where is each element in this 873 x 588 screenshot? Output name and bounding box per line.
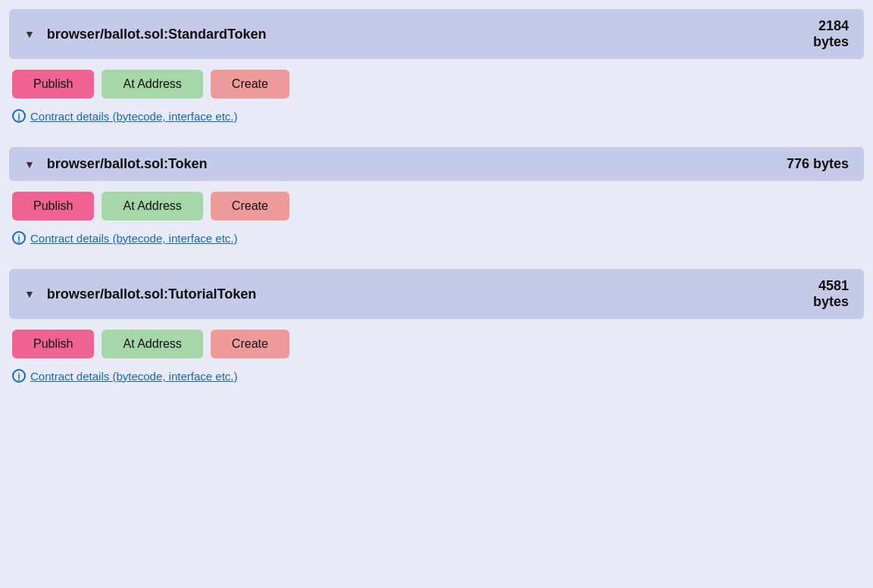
chevron-icon-tutorial-token[interactable]: ▼ [24,288,35,300]
contract-header-left-standard-token: ▼ browser/ballot.sol:StandardToken [24,27,267,42]
contract-name-token: browser/ballot.sol:Token [47,156,208,172]
info-icon-token: i [12,231,26,245]
contract-size-standard-token: 2184bytes [813,18,849,50]
info-icon-standard-token: i [12,109,26,123]
create-button-standard-token[interactable]: Create [211,70,289,99]
create-button-token[interactable]: Create [211,192,289,220]
info-icon-tutorial-token: i [12,369,26,383]
contract-size-tutorial-token: 4581bytes [813,278,849,310]
contract-header-token: ▼ browser/ballot.sol:Token 776 bytes [9,147,864,181]
contract-name-tutorial-token: browser/ballot.sol:TutorialToken [47,286,256,302]
contract-details-link-token[interactable]: i Contract details (bytecode, interface … [9,231,864,257]
contract-details-text-token: Contract details (bytecode, interface et… [30,232,237,245]
contract-block-token: ▼ browser/ballot.sol:Token 776 bytes Pub… [9,147,864,257]
contract-details-text-tutorial-token: Contract details (bytecode, interface et… [30,370,237,383]
contract-details-link-standard-token[interactable]: i Contract details (bytecode, interface … [9,109,864,135]
at-address-button-token[interactable]: At Address [102,192,202,220]
chevron-icon-token[interactable]: ▼ [24,158,35,170]
create-button-tutorial-token[interactable]: Create [211,330,289,358]
contract-size-token: 776 bytes [787,156,849,172]
contract-details-link-tutorial-token[interactable]: i Contract details (bytecode, interface … [9,369,864,395]
contract-block-tutorial-token: ▼ browser/ballot.sol:TutorialToken 4581b… [9,269,864,395]
publish-button-token[interactable]: Publish [12,192,94,220]
contract-block-standard-token: ▼ browser/ballot.sol:StandardToken 2184b… [9,9,864,135]
chevron-icon-standard-token[interactable]: ▼ [24,28,35,40]
contract-actions-token: Publish At Address Create [9,192,864,231]
contract-header-standard-token: ▼ browser/ballot.sol:StandardToken 2184b… [9,9,864,59]
contract-actions-tutorial-token: Publish At Address Create [9,330,864,369]
at-address-button-standard-token[interactable]: At Address [102,70,202,99]
publish-button-standard-token[interactable]: Publish [12,70,94,99]
contract-header-left-token: ▼ browser/ballot.sol:Token [24,156,208,172]
at-address-button-tutorial-token[interactable]: At Address [102,330,202,358]
contract-name-standard-token: browser/ballot.sol:StandardToken [47,27,267,42]
contract-actions-standard-token: Publish At Address Create [9,70,864,109]
contract-details-text-standard-token: Contract details (bytecode, interface et… [30,110,237,123]
contract-header-left-tutorial-token: ▼ browser/ballot.sol:TutorialToken [24,286,256,302]
contract-header-tutorial-token: ▼ browser/ballot.sol:TutorialToken 4581b… [9,269,864,319]
publish-button-tutorial-token[interactable]: Publish [12,330,94,358]
